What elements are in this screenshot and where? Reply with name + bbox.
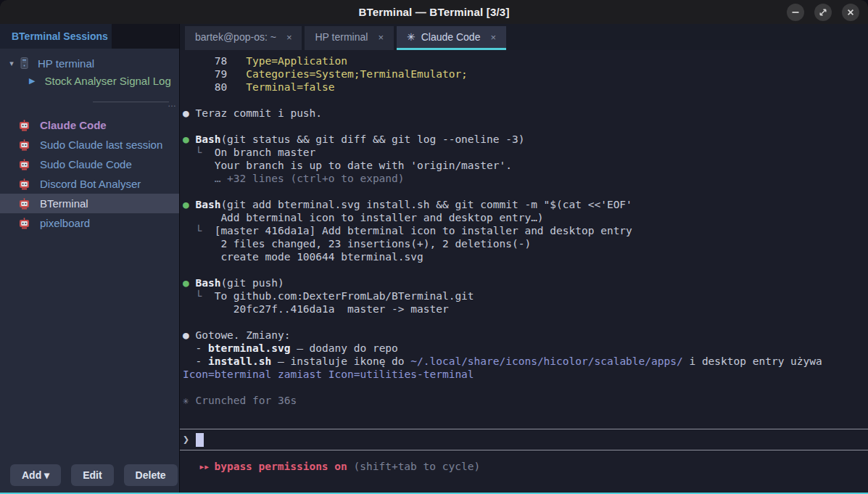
status-hint: (shift+tab to cycle) <box>347 461 480 472</box>
tab-bar: bartek@pop-os: ~×HP terminal×✳Claude Cod… <box>180 24 868 50</box>
fast-forward-icon: ▸▸ <box>199 461 208 472</box>
maximize-button[interactable] <box>814 4 832 21</box>
edit-button[interactable]: Edit <box>71 464 113 486</box>
sidebar-header-strip: BTerminal Sessions <box>0 24 179 49</box>
divider-ellipsis: … <box>168 99 176 109</box>
sidebar-header-label: BTerminal Sessions <box>12 30 108 42</box>
play-icon: ▶ <box>29 76 35 86</box>
tree-divider: … <box>0 89 179 115</box>
computer-icon <box>20 57 28 69</box>
window-controls <box>787 4 859 21</box>
main-area: BTerminal Sessions ▾ HP terminal ▶ Stock… <box>0 24 868 493</box>
terminal-line: - bterminal.svg — dodany do repo <box>183 342 868 355</box>
robot-icon <box>19 139 30 151</box>
terminal-line: 78 Type=Application <box>183 54 868 67</box>
session-item-sudo-claude-code[interactable]: Sudo Claude Code <box>0 155 179 174</box>
tab-claude-code[interactable]: ✳Claude Code× <box>397 26 506 50</box>
terminal-line: Your branch is up to date with 'origin/m… <box>183 159 868 172</box>
close-tab-icon[interactable]: × <box>286 32 292 43</box>
close-tab-icon[interactable]: × <box>490 32 496 43</box>
maximize-icon <box>819 8 827 17</box>
close-tab-icon[interactable]: × <box>378 32 384 43</box>
tab-label: bartek@pop-os: ~ <box>195 31 276 43</box>
permissions-mode-text: bypass permissions on <box>214 461 347 472</box>
session-item-claude-code[interactable]: Claude Code <box>0 115 179 135</box>
terminal-panel: bartek@pop-os: ~×HP terminal×✳Claude Cod… <box>180 24 868 493</box>
tree-item-label: Stock Analyser Signal Log <box>44 75 170 87</box>
terminal-output[interactable]: 78 Type=Application 79 Categories=System… <box>180 50 868 429</box>
terminal-line: create mode 100644 bterminal.svg <box>183 250 868 263</box>
session-label: pixelboard <box>40 217 90 229</box>
terminal-line: └ On branch master <box>183 146 868 159</box>
close-icon <box>846 8 855 17</box>
app-window: BTerminal — BTerminal [3/3] BTerminal Se… <box>0 0 868 494</box>
text-cursor <box>196 433 204 447</box>
sidebar-header: BTerminal Sessions <box>0 24 112 49</box>
terminal-line: ● Teraz commit i push. <box>183 107 868 120</box>
terminal-line: └ To github.com:DexterFromLab/BTerminal.… <box>183 289 868 302</box>
terminal-line: ● Gotowe. Zmiany: <box>183 329 868 342</box>
terminal-line: 2 files changed, 23 insertions(+), 2 del… <box>183 237 868 250</box>
spinner-icon: ✳ <box>407 31 416 43</box>
session-label: BTerminal <box>40 197 88 210</box>
robot-icon <box>19 198 30 210</box>
robot-icon <box>19 218 30 229</box>
status-line: ▸▸bypass permissions on (shift+tab to cy… <box>180 450 868 493</box>
prompt-chevron-icon: ❯ <box>183 433 189 446</box>
minimize-icon <box>791 8 800 17</box>
session-label: Sudo Claude Code <box>40 158 132 170</box>
title-bar[interactable]: BTerminal — BTerminal [3/3] <box>0 0 868 24</box>
delete-button[interactable]: Delete <box>124 464 178 486</box>
prompt-input[interactable]: ❯ <box>180 429 868 450</box>
session-label: Claude Code <box>40 119 107 131</box>
terminal-line: 80 Terminal=false <box>183 81 868 94</box>
sessions-sidebar: BTerminal Sessions ▾ HP terminal ▶ Stock… <box>0 24 180 493</box>
terminal-line <box>183 316 868 329</box>
session-item-bterminal[interactable]: BTerminal <box>0 194 179 213</box>
robot-icon <box>19 120 30 131</box>
tab-label: Claude Code <box>421 31 481 43</box>
terminal-line: └ [master 416da1a] Add bterminal icon to… <box>183 224 868 237</box>
close-button[interactable] <box>842 4 859 21</box>
terminal-line: Add bterminal icon to installer and desk… <box>183 211 868 224</box>
robot-icon <box>19 159 30 170</box>
terminal-line <box>183 94 868 107</box>
session-label: Discord Bot Analyser <box>40 178 141 190</box>
terminal-line: Icon=bterminal zamiast Icon=utilities-te… <box>183 368 868 381</box>
terminal-line: ● Bash(git push) <box>183 276 868 289</box>
add-button[interactable]: Add ▾ <box>10 464 61 486</box>
terminal-line <box>183 120 868 133</box>
window-title: BTerminal — BTerminal [3/3] <box>0 6 868 18</box>
session-item-pixelboard[interactable]: pixelboard <box>0 213 179 233</box>
tab-label: HP terminal <box>315 31 368 43</box>
session-list: Claude CodeSudo Claude last sessionSudo … <box>0 115 179 233</box>
terminal-line <box>183 263 868 276</box>
terminal-line <box>183 185 868 198</box>
terminal-line: 20fc27f..416da1a master -> master <box>183 302 868 316</box>
terminal-line: ✳ Crunched for 36s <box>183 394 868 407</box>
tab-hp-terminal[interactable]: HP terminal× <box>305 26 393 50</box>
session-item-discord-bot-analyser[interactable]: Discord Bot Analyser <box>0 174 179 194</box>
robot-icon <box>19 178 30 190</box>
session-item-sudo-claude-last-session[interactable]: Sudo Claude last session <box>0 135 179 155</box>
tab-bartek-pop-os-[interactable]: bartek@pop-os: ~× <box>185 26 302 50</box>
tree-item-hp-terminal[interactable]: ▾ HP terminal <box>0 54 179 72</box>
session-label: Sudo Claude last session <box>40 139 162 151</box>
chevron-down-icon[interactable]: ▾ <box>6 59 17 68</box>
sidebar-buttons: Add ▾EditDelete <box>0 458 179 493</box>
divider-line <box>93 102 169 102</box>
minimize-button[interactable] <box>787 4 804 21</box>
terminal-line: 79 Categories=System;TerminalEmulator; <box>183 67 868 81</box>
terminal-line: … +32 lines (ctrl+o to expand) <box>183 172 868 185</box>
terminal-line: ● Bash(git add bterminal.svg install.sh … <box>183 198 868 211</box>
tree-item-label: HP terminal <box>38 57 94 70</box>
terminal-line <box>183 381 868 394</box>
terminal-line: ● Bash(git status && git diff && git log… <box>183 133 868 146</box>
terminal-line: - install.sh — instaluje ikonę do ~/.loc… <box>183 355 868 368</box>
tree-item-stock-analyser[interactable]: ▶ Stock Analyser Signal Log <box>0 72 179 89</box>
session-tree: ▾ HP terminal ▶ Stock Analyser Signal Lo… <box>0 49 179 458</box>
